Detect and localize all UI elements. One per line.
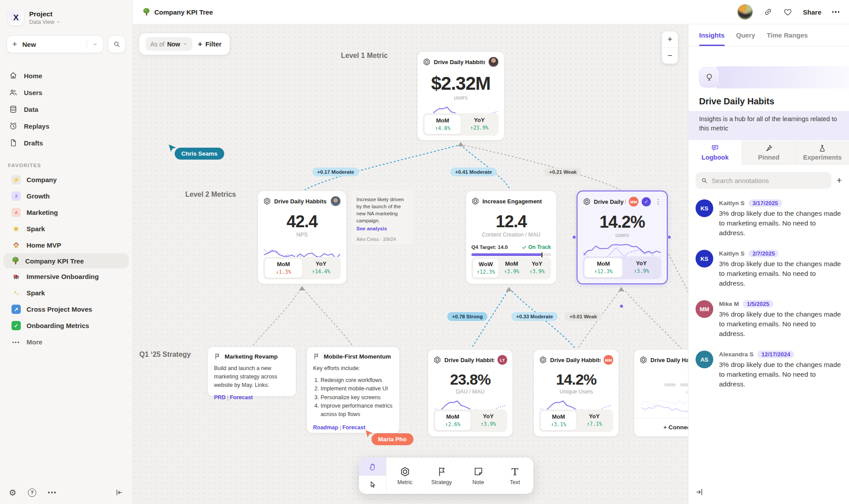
- tab-time-ranges[interactable]: Time Ranges: [767, 24, 808, 46]
- sidebar-item-growth[interactable]: Growth: [4, 188, 129, 204]
- new-button[interactable]: + New: [7, 35, 103, 53]
- annotation-note[interactable]: Increase likely driven by the launch of …: [351, 191, 413, 245]
- annotation-item[interactable]: KS Kaitlyn S2/7/2025 3% drop likely due …: [696, 250, 843, 288]
- zoom-out-button[interactable]: −: [662, 48, 678, 64]
- metric-card-engagement[interactable]: Increase Engagement 12.4 Content Creatio…: [466, 191, 557, 284]
- filter-button[interactable]: + Filter: [198, 40, 223, 49]
- subtab-experiments[interactable]: Experiments: [795, 141, 849, 164]
- favorites-heading: FAVORITES: [0, 151, 132, 172]
- note-tool-button[interactable]: Note: [460, 458, 497, 494]
- sidebar-item-marketing[interactable]: Marketing: [4, 204, 129, 221]
- metric-card-level1[interactable]: Drive Daily Habbits $2.32M users MoM↑4.8…: [417, 51, 505, 141]
- prd-link[interactable]: PRD: [214, 394, 226, 401]
- selection-handle[interactable]: [572, 235, 576, 239]
- annotation-search[interactable]: [696, 172, 831, 189]
- owner-avatar: [330, 196, 341, 206]
- stat-strip: MoM↑3.1% YoY↑7.1%: [539, 409, 613, 432]
- text-tool-button[interactable]: T Text: [497, 458, 533, 494]
- stat-yoy: YoY↑7.1%: [577, 411, 612, 431]
- forecast-link[interactable]: Forecast: [342, 424, 365, 431]
- stat-mom: MoM↑3.1%: [540, 411, 577, 431]
- metric-card-selected[interactable]: Drive Daily Habb.. MM ✓ ⋮ 14.2% users Mo…: [577, 191, 668, 284]
- settings-gear-icon[interactable]: ⚙: [9, 489, 16, 497]
- connect-button[interactable]: + Connect: [634, 418, 688, 436]
- project-switcher[interactable]: X Project Data View: [0, 0, 132, 30]
- star-icon: ★: [11, 224, 21, 233]
- annotation-item[interactable]: KS Kaitlyn S3/17/2025 3% drop likely due…: [696, 199, 843, 238]
- card-title: Drive Daily Habbits: [434, 59, 485, 65]
- metric-unit: NPS: [263, 232, 341, 238]
- check-icon: ✓: [11, 321, 21, 330]
- selection-handle[interactable]: [620, 304, 623, 308]
- annotation-text: 3% drop likely due to the changes made t…: [719, 259, 843, 288]
- sidebar-item-spark-2[interactable]: Spark: [4, 285, 129, 301]
- sidebar-item-drafts[interactable]: Drafts: [0, 134, 132, 151]
- sidebar-item-home-mvp[interactable]: Home MVP: [4, 237, 129, 253]
- stat-mom: MoM↓1.3%: [264, 258, 302, 278]
- annotation-item[interactable]: MM Mike M1/5/2025 3% drop likely due to …: [696, 300, 843, 339]
- sidebar-item-replays[interactable]: Replays: [0, 118, 132, 134]
- sidebar-item-label: Replays: [24, 122, 50, 130]
- sidebar-item-immersive-onboarding[interactable]: Immersive Onboarding: [4, 268, 129, 285]
- help-icon[interactable]: ?: [28, 489, 36, 497]
- collapse-sidebar-icon[interactable]: [115, 488, 123, 497]
- search-button[interactable]: [108, 35, 126, 53]
- see-analysis-link[interactable]: See analysis: [356, 226, 387, 231]
- kpi-tree-canvas[interactable]: As of Now + Filter + − Level 1 Metric Le…: [133, 24, 688, 504]
- roadmap-link[interactable]: Roadmap: [313, 424, 338, 431]
- metric-card-nps[interactable]: Drive Daily Habbits 42.4 NPS MoM↓1.3% Yo…: [257, 191, 347, 284]
- insights-metric-title: Drive Daily Habits: [699, 96, 774, 107]
- as-of-selector[interactable]: As of Now: [145, 37, 192, 51]
- metric-card-unique-users[interactable]: Drive Daily Habbits MM 14.2% Unique User…: [533, 349, 619, 437]
- sidebar-item-onboarding-metrics[interactable]: ✓ Onboarding Metrics: [4, 317, 129, 334]
- annotation-date: 12/17/2024: [757, 351, 794, 358]
- card-menu-icon[interactable]: ⋮: [654, 198, 662, 206]
- annotation-author: Alexandra S: [719, 351, 753, 358]
- strategy-card-mobile-first[interactable]: Mobile-First Momentum Key efforts includ…: [306, 347, 400, 433]
- annotation-search-input[interactable]: [712, 177, 826, 184]
- strategy-title: Marketing Revamp: [225, 353, 278, 360]
- share-button[interactable]: Share: [803, 8, 822, 16]
- forecast-link[interactable]: Forecast: [230, 394, 253, 401]
- sidebar-item-data[interactable]: Data: [0, 101, 132, 118]
- avatar: AS: [696, 351, 713, 368]
- metric-card-dau[interactable]: Drive Daily Habbits LT 23.8% DAU / MAU M…: [428, 349, 513, 437]
- copy-link-icon[interactable]: [764, 8, 773, 16]
- edge-label: +0.78 Strong: [447, 312, 487, 321]
- stat-mom: MoM↑4.8%: [424, 115, 461, 134]
- tab-insights[interactable]: Insights: [699, 24, 725, 46]
- sidebar-item-company[interactable]: ⚡ Company: [4, 172, 129, 188]
- tab-query[interactable]: Query: [736, 24, 755, 46]
- strategy-card-marketing-revamp[interactable]: Marketing Revamp Build and launch a new …: [207, 347, 296, 397]
- more-options-icon[interactable]: •••: [48, 489, 57, 496]
- strategy-tool-button[interactable]: Strategy: [423, 458, 460, 494]
- collaborator-badge: MM: [629, 197, 639, 206]
- sidebar-item-users[interactable]: Users: [0, 84, 132, 101]
- sidebar-item-cross-project-moves[interactable]: ↗ Cross Project Moves: [4, 301, 129, 317]
- favorite-heart-icon[interactable]: [783, 8, 792, 17]
- metric-tool-button[interactable]: Metric: [386, 458, 423, 494]
- annotation-item[interactable]: AS Alexandra S12/17/2024 3% drop likely …: [696, 351, 843, 389]
- subtab-pinned[interactable]: Pinned: [742, 141, 795, 164]
- connector-arrow: [458, 142, 464, 146]
- subtab-logbook[interactable]: Logbook: [688, 141, 742, 164]
- users-icon: [9, 88, 18, 97]
- sidebar-item-home[interactable]: Home: [0, 67, 132, 84]
- edge-label: +0.21 Weak: [544, 168, 581, 176]
- flag-icon: [313, 353, 320, 360]
- add-annotation-button[interactable]: +: [837, 175, 842, 186]
- sidebar-item-more[interactable]: ••• More: [4, 334, 129, 350]
- chevron-down-icon[interactable]: [92, 42, 98, 47]
- metric-card-connect[interactable]: Drive Daily Habbits + Connect: [634, 349, 688, 437]
- more-menu-icon[interactable]: [832, 11, 840, 13]
- metric-value: 23.8%: [433, 371, 507, 388]
- zoom-in-button[interactable]: +: [662, 31, 678, 47]
- user-avatar[interactable]: [737, 4, 753, 20]
- sidebar-item-spark[interactable]: ★ Spark: [4, 221, 129, 237]
- sidebar-item-company-kpi-tree[interactable]: Company KPI Tree: [4, 253, 129, 268]
- hand-tool-button[interactable]: [359, 458, 386, 476]
- skeleton-placeholder: [639, 391, 688, 394]
- collapse-panel-icon[interactable]: [695, 487, 704, 497]
- selection-handle[interactable]: [667, 235, 671, 239]
- select-tool-button[interactable]: [359, 476, 386, 494]
